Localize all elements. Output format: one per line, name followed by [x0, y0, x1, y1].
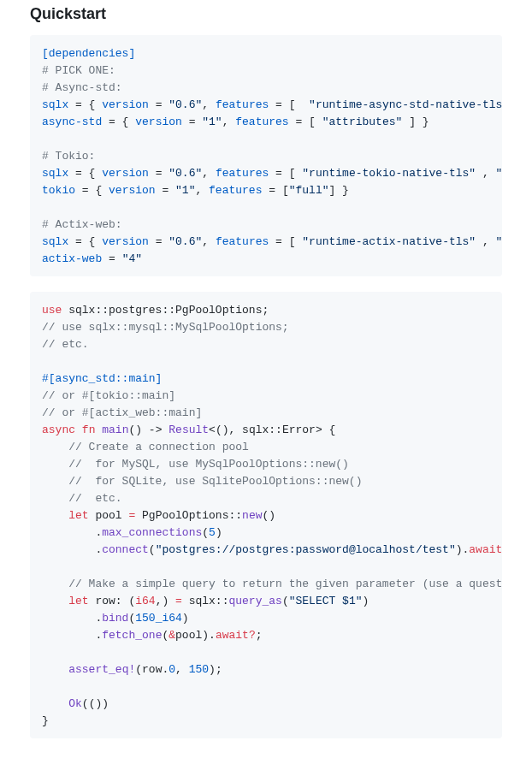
- code-text: );: [209, 663, 222, 676]
- code-text: ,: [476, 235, 495, 248]
- code-op: ?: [249, 629, 256, 642]
- code-text: .: [42, 526, 102, 539]
- code-text: async-std: [42, 116, 102, 128]
- code-text: =: [149, 167, 168, 180]
- code-comment: // or #[tokio::main]: [42, 389, 175, 402]
- code-text: [42, 595, 68, 607]
- code-keyword: await: [469, 543, 502, 556]
- code-string: "runtime-async-std-native-tls": [309, 98, 502, 111]
- code-type: i64: [135, 595, 155, 607]
- code-comment: // for SQLite, use SqlitePoolOptions::ne…: [42, 475, 362, 488]
- code-macro: assert_eq!: [68, 663, 135, 676]
- code-string: "runtime-actix-native-tls": [302, 235, 476, 248]
- code-string: "postgres://postgres:password@localhost/…: [156, 543, 456, 556]
- code-text: pool).: [175, 629, 216, 642]
- code-string: "4": [122, 252, 142, 265]
- code-text: [42, 697, 68, 710]
- code-fn: query_as: [228, 595, 281, 607]
- code-text: ,: [195, 184, 209, 197]
- code-text: version: [102, 235, 149, 248]
- code-string: "0.6": [168, 167, 202, 180]
- code-text: ] }: [329, 184, 349, 197]
- code-text: version: [102, 167, 149, 180]
- code-text: sqlx: [42, 167, 68, 180]
- code-comment: // Create a connection pool: [42, 441, 249, 453]
- code-text: ): [182, 612, 189, 625]
- code-keyword: let: [68, 509, 88, 522]
- code-text: ): [216, 526, 222, 539]
- code-text: ,: [222, 116, 236, 128]
- code-text: =: [102, 252, 121, 265]
- code-text: [dependencies]: [42, 47, 135, 60]
- code-text: ).: [456, 543, 470, 556]
- code-text: =: [182, 116, 202, 128]
- code-text: = {: [68, 98, 102, 111]
- code-fn: new: [242, 509, 262, 522]
- code-text: actix-web: [42, 252, 102, 265]
- code-fn: fetch_one: [102, 629, 162, 642]
- code-text: row: (: [89, 595, 136, 607]
- code-string: "SELECT $1": [289, 595, 363, 607]
- code-comment: # PICK ONE:: [42, 64, 115, 77]
- code-text: (: [202, 526, 209, 539]
- code-comment: # Tokio:: [42, 150, 95, 163]
- code-text: (: [149, 543, 156, 556]
- code-fn: connect: [102, 543, 149, 556]
- code-text: .: [42, 543, 102, 556]
- code-comment: // etc.: [42, 492, 122, 505]
- code-comment: # Actix-web:: [42, 218, 122, 231]
- code-number: 150: [189, 663, 209, 676]
- code-text: =: [149, 235, 168, 248]
- code-text: pool: [89, 509, 129, 522]
- code-text: = {: [75, 184, 109, 197]
- code-text: ;: [256, 629, 263, 642]
- code-text: ,: [476, 167, 495, 180]
- code-string: "runtime-tokio-native-tls": [302, 167, 476, 180]
- code-comment: // use sqlx::mysql::MySqlPoolOptions;: [42, 321, 289, 334]
- code-text: sqlx::postgres::PgPoolOptions;: [62, 304, 269, 317]
- code-string: "postgres": [496, 235, 502, 248]
- code-text: () ->: [128, 424, 168, 436]
- code-number: 5: [209, 526, 216, 539]
- code-number: 0: [168, 663, 175, 676]
- code-text: (): [262, 509, 275, 522]
- code-text: <(), sqlx::Error> {: [209, 424, 335, 436]
- code-op: &: [168, 629, 175, 642]
- code-text: (row.: [135, 663, 168, 676]
- code-text: .: [42, 612, 102, 625]
- code-text: sqlx: [42, 98, 68, 111]
- code-comment: // or #[actix_web::main]: [42, 406, 202, 419]
- code-text: features: [235, 116, 288, 128]
- code-attribute: #[async_std::main]: [42, 372, 162, 385]
- code-text: features: [216, 167, 269, 180]
- code-keyword: async: [42, 424, 75, 436]
- code-fn: bind: [102, 612, 128, 625]
- code-type: Result: [168, 424, 209, 436]
- code-string: "full": [289, 184, 329, 197]
- code-text: [75, 424, 82, 436]
- code-block-rust[interactable]: use sqlx::postgres::PgPoolOptions; // us…: [30, 292, 502, 738]
- code-text: ,: [202, 167, 216, 180]
- code-op: =: [175, 595, 182, 607]
- code-string: "1": [175, 184, 195, 197]
- code-text: (()): [82, 697, 109, 710]
- code-text: .: [42, 629, 102, 642]
- code-text: = [: [262, 184, 288, 197]
- code-text: [42, 509, 68, 522]
- code-text: = {: [68, 235, 102, 248]
- code-string: "postgres": [496, 167, 502, 180]
- code-type: Ok: [68, 697, 82, 710]
- code-text: PgPoolOptions::: [135, 509, 242, 522]
- code-number: 150_i64: [135, 612, 182, 625]
- code-text: ,: [175, 663, 189, 676]
- code-text: features: [216, 235, 269, 248]
- code-text: = [: [289, 116, 322, 128]
- code-block-toml[interactable]: [dependencies] # PICK ONE: # Async-std: …: [30, 35, 502, 276]
- code-comment: // Make a simple query to return the giv…: [42, 578, 502, 590]
- code-string: "0.6": [168, 235, 202, 248]
- code-string: "0.6": [168, 98, 202, 111]
- code-text: tokio: [42, 184, 75, 197]
- code-text: version: [102, 98, 149, 111]
- code-text: ,): [156, 595, 175, 607]
- code-keyword: await: [216, 629, 249, 642]
